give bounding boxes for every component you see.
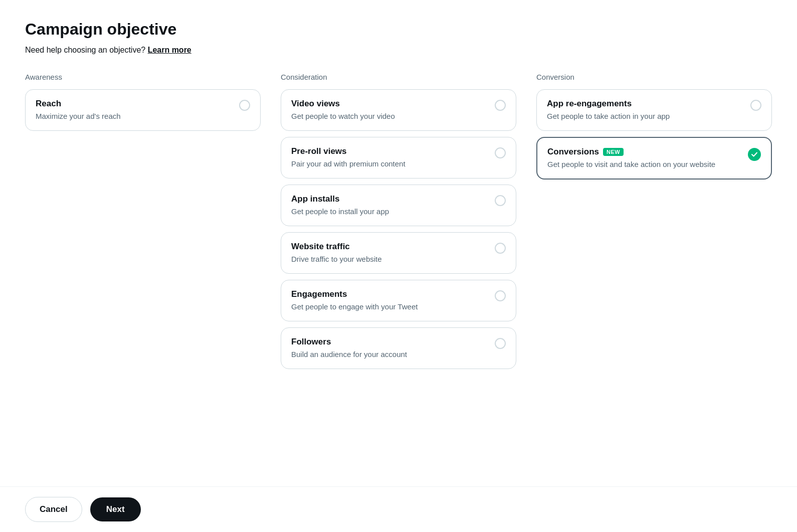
reach-content: Reach Maximize your ad's reach — [36, 99, 239, 121]
website-traffic-card[interactable]: Website traffic Drive traffic to your we… — [281, 232, 516, 274]
video-views-title: Video views — [291, 99, 495, 109]
followers-desc: Build an audience for your account — [291, 349, 495, 360]
pre-roll-views-card[interactable]: Pre-roll views Pair your ad with premium… — [281, 137, 516, 179]
reach-desc: Maximize your ad's reach — [36, 111, 239, 121]
video-views-card[interactable]: Video views Get people to watch your vid… — [281, 89, 516, 131]
engagements-desc: Get people to engage with your Tweet — [291, 301, 495, 312]
reach-title: Reach — [36, 99, 239, 109]
help-text: Need help choosing an objective? Learn m… — [25, 46, 772, 55]
awareness-column: Awareness Reach Maximize your ad's reach — [25, 73, 261, 137]
app-re-engagements-content: App re-engagements Get people to take ac… — [547, 99, 750, 121]
video-views-content: Video views Get people to watch your vid… — [291, 99, 495, 121]
app-installs-desc: Get people to install your app — [291, 206, 495, 217]
conversions-title: Conversions NEW — [547, 147, 748, 157]
cancel-button[interactable]: Cancel — [25, 497, 82, 522]
pre-roll-radio[interactable] — [495, 147, 506, 158]
engagements-content: Engagements Get people to engage with yo… — [291, 289, 495, 312]
video-views-desc: Get people to watch your video — [291, 111, 495, 121]
followers-radio[interactable] — [495, 338, 506, 349]
followers-card[interactable]: Followers Build an audience for your acc… — [281, 327, 516, 369]
consideration-header: Consideration — [281, 73, 516, 81]
app-re-engagements-desc: Get people to take action in your app — [547, 111, 750, 121]
reach-card[interactable]: Reach Maximize your ad's reach — [25, 89, 261, 131]
conversion-header: Conversion — [536, 73, 772, 81]
conversions-check[interactable] — [748, 148, 761, 161]
new-badge: NEW — [603, 148, 624, 156]
learn-more-link[interactable]: Learn more — [148, 46, 191, 54]
followers-title: Followers — [291, 337, 495, 347]
columns-container: Awareness Reach Maximize your ad's reach… — [25, 73, 772, 375]
website-traffic-content: Website traffic Drive traffic to your we… — [291, 242, 495, 264]
pre-roll-content: Pre-roll views Pair your ad with premium… — [291, 146, 495, 169]
engagements-radio[interactable] — [495, 290, 506, 301]
app-installs-card[interactable]: App installs Get people to install your … — [281, 185, 516, 226]
app-re-engagements-radio[interactable] — [750, 100, 761, 111]
awareness-header: Awareness — [25, 73, 261, 81]
followers-content: Followers Build an audience for your acc… — [291, 337, 495, 360]
app-installs-content: App installs Get people to install your … — [291, 194, 495, 217]
video-views-radio[interactable] — [495, 100, 506, 111]
consideration-column: Consideration Video views Get people to … — [281, 73, 516, 375]
reach-radio[interactable] — [239, 100, 250, 111]
page-title: Campaign objective — [25, 20, 772, 39]
next-button[interactable]: Next — [90, 497, 141, 521]
website-traffic-desc: Drive traffic to your website — [291, 254, 495, 264]
website-traffic-title: Website traffic — [291, 242, 495, 252]
conversions-desc: Get people to visit and take action on y… — [547, 159, 748, 169]
engagements-card[interactable]: Engagements Get people to engage with yo… — [281, 280, 516, 321]
website-traffic-radio[interactable] — [495, 243, 506, 254]
conversion-column: Conversion App re-engagements Get people… — [536, 73, 772, 186]
app-re-engagements-title: App re-engagements — [547, 99, 750, 109]
conversions-card[interactable]: Conversions NEW Get people to visit and … — [536, 137, 772, 180]
app-re-engagements-card[interactable]: App re-engagements Get people to take ac… — [536, 89, 772, 131]
app-installs-radio[interactable] — [495, 195, 506, 206]
pre-roll-title: Pre-roll views — [291, 146, 495, 156]
engagements-title: Engagements — [291, 289, 495, 299]
conversions-content: Conversions NEW Get people to visit and … — [547, 147, 748, 169]
footer: Cancel Next — [0, 486, 797, 532]
app-installs-title: App installs — [291, 194, 495, 204]
pre-roll-desc: Pair your ad with premium content — [291, 158, 495, 169]
